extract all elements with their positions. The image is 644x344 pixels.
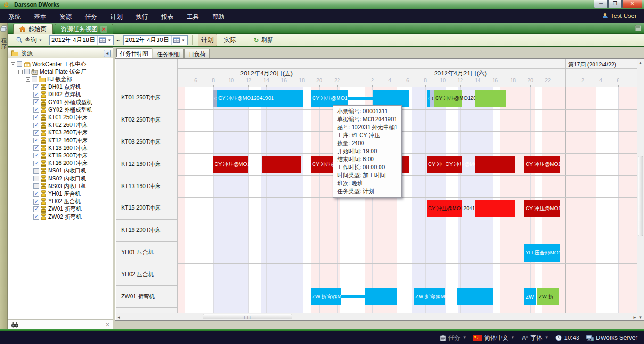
tree-checkbox[interactable] (33, 214, 39, 220)
task-bar[interactable]: CY 冲压@MO12041901 (217, 90, 303, 107)
date-to-dropdown-icon[interactable]: ▼ (182, 38, 185, 42)
refresh-button[interactable]: ↻ 刷新 (250, 34, 277, 46)
task-bar[interactable]: CY 冲压@MO1 (524, 200, 560, 217)
status-item-flag[interactable]: 简体中文▼ (473, 334, 515, 342)
tree-item[interactable]: KT01 250T冲床 (33, 114, 87, 121)
task-bar[interactable]: CY 冲压@MO12041901 (311, 90, 348, 107)
tree-item[interactable]: KT15 200T冲床 (33, 152, 87, 159)
tree-item[interactable]: KT03 260T冲床 (33, 129, 87, 137)
tree-item[interactable]: −WorkCenter 工作中心 (11, 60, 86, 68)
vertical-scroll-thumb[interactable] (638, 156, 643, 236)
date-to-picker[interactable]: 2012年 4月30日 ▼ (123, 35, 188, 45)
tree-checkbox[interactable] (33, 168, 39, 174)
query-dropdown-icon[interactable]: ▼ (39, 38, 42, 42)
date-from-picker[interactable]: 2012年 4月18日 ▼ (49, 35, 114, 45)
status-dropdown-icon[interactable]: ▼ (545, 336, 549, 340)
programs-icon[interactable] (0, 25, 7, 32)
menu-item[interactable]: 报表 (155, 9, 180, 24)
horizontal-scrollbar[interactable]: ◄ | | | ► (116, 313, 638, 320)
tree-item[interactable]: −BJ 钣金部 (26, 75, 72, 83)
task-bar-connector[interactable] (348, 97, 373, 100)
task-bar[interactable] (262, 156, 301, 173)
find-binoculars-icon[interactable] (11, 321, 18, 328)
menu-item[interactable]: 基本 (27, 9, 53, 24)
tree-checkbox[interactable] (33, 115, 39, 120)
tree-item[interactable]: ZW02 折弯机 (33, 213, 82, 221)
task-bar[interactable]: C (213, 90, 217, 107)
task-bar[interactable]: CY 冲压@MO1 (524, 156, 560, 173)
task-bar[interactable]: ZW 折 (537, 288, 559, 305)
tree-checkbox[interactable] (17, 61, 22, 67)
tree-checkbox[interactable] (32, 76, 37, 82)
collapse-panel-button[interactable]: ◄ (104, 50, 111, 57)
status-dropdown-icon[interactable]: ▼ (463, 336, 467, 340)
tree-checkbox[interactable] (33, 176, 39, 181)
tree-checkbox[interactable] (33, 123, 39, 128)
menu-item[interactable]: 帮助 (206, 9, 231, 24)
scroll-left-icon[interactable]: ◄ (116, 315, 121, 319)
task-bar[interactable] (373, 90, 409, 107)
task-bar[interactable]: C (427, 90, 430, 107)
tree-checkbox[interactable] (33, 84, 39, 90)
tree-expander-icon[interactable]: − (18, 70, 23, 74)
menu-item[interactable]: 系统 (2, 9, 27, 24)
task-bar[interactable]: C (430, 90, 434, 107)
status-item-font[interactable]: A字体▼ (521, 334, 549, 342)
clear-filter-icon[interactable]: ✕ (105, 321, 110, 328)
tree-item[interactable]: NS01 内收口机 (33, 167, 86, 175)
tab-close-icon[interactable]: ✕ (100, 26, 107, 33)
tree-item[interactable]: KT12 160T冲床 (33, 137, 87, 144)
tree-item[interactable]: GY01 外桶成型机 (33, 98, 92, 106)
tree-checkbox[interactable] (33, 183, 39, 189)
date-from-dropdown-icon[interactable]: ▼ (107, 38, 111, 42)
menu-item[interactable]: 工具 (180, 9, 206, 24)
restore-button[interactable]: ❐ (608, 0, 622, 8)
task-bar[interactable]: CY 冲 (427, 156, 444, 173)
tree-checkbox[interactable] (33, 107, 39, 113)
tree-checkbox[interactable] (33, 199, 39, 205)
tree-item[interactable]: NS02 内收口机 (33, 175, 86, 182)
tree-item[interactable]: DH02 点焊机 (33, 91, 81, 98)
task-bar[interactable]: YH 压合@MO1 (524, 244, 560, 262)
menu-item[interactable]: 执行 (129, 9, 155, 24)
scroll-right-icon[interactable]: ► (632, 315, 637, 319)
tree-checkbox[interactable] (33, 161, 39, 166)
status-dropdown-icon[interactable]: ▼ (511, 336, 515, 340)
tree-checkbox[interactable] (33, 153, 39, 158)
view-tab[interactable]: 日负荷 (184, 49, 210, 58)
tree-item[interactable]: KT02 260T冲床 (33, 122, 87, 129)
view-tab[interactable]: 任务明细 (153, 49, 184, 58)
tree-expander-icon[interactable]: − (26, 77, 30, 82)
status-item-server[interactable]: DWorks Server (586, 334, 637, 341)
status-item-tasks[interactable]: 任务▼ (440, 334, 467, 342)
tree-item[interactable]: YH02 压合机 (33, 198, 81, 205)
query-button[interactable]: 查询 ▼ (12, 34, 46, 46)
task-bar[interactable]: ZW 折弯@MO12041901 (311, 288, 341, 305)
scroll-up-icon[interactable]: ▲ (637, 61, 644, 65)
tab-resource-task-view[interactable]: 资源任务视图 ✕ (55, 24, 113, 34)
side-rail-label[interactable]: 程序 (0, 38, 7, 50)
tree-checkbox[interactable] (24, 69, 30, 74)
status-item-clock[interactable]: 10:43 (555, 334, 580, 341)
tree-item[interactable]: NS03 内收口机 (33, 182, 86, 190)
view-tab[interactable]: 任务甘特图 (116, 48, 152, 58)
tree-checkbox[interactable] (33, 99, 39, 105)
close-button[interactable]: ✕ (622, 0, 642, 8)
menu-item[interactable]: 计划 (104, 9, 129, 24)
task-bar[interactable] (475, 200, 515, 217)
task-bar[interactable] (365, 288, 397, 305)
task-bar[interactable]: CY 冲压@MO12041902 (434, 90, 462, 107)
tree-expander-icon[interactable]: − (11, 62, 15, 66)
tree-checkbox[interactable] (33, 130, 39, 136)
scroll-down-icon[interactable]: ▼ (637, 315, 644, 319)
tree-item[interactable]: KT13 160T冲床 (33, 144, 87, 152)
task-bar[interactable]: CY 冲压@MO12041904 (444, 156, 462, 173)
tree-checkbox[interactable] (33, 138, 39, 143)
tree-checkbox[interactable] (33, 206, 39, 212)
horizontal-scroll-thumb[interactable]: | | | (203, 314, 292, 319)
vertical-scrollbar[interactable]: ▲ ▼ (637, 59, 644, 321)
menu-item[interactable]: 任务 (78, 9, 104, 24)
menu-item[interactable]: 资源 (53, 9, 78, 24)
tree-checkbox[interactable] (33, 145, 39, 151)
tree-item[interactable]: ZW01 折弯机 (33, 205, 82, 213)
